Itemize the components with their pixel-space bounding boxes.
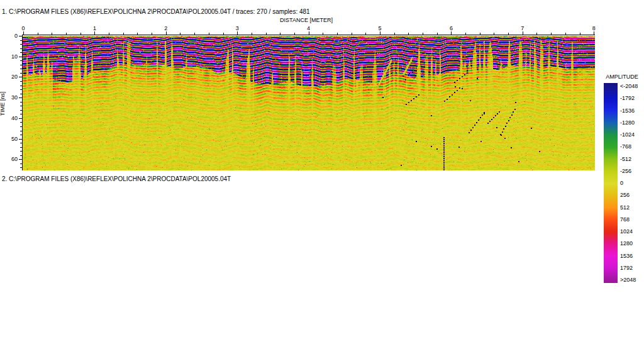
- colorbar-tick-label: 1792: [620, 265, 633, 271]
- y-minor-tick: [20, 163, 22, 164]
- colorbar-tick-label: >2048: [620, 277, 636, 283]
- y-minor-tick: [20, 135, 22, 135]
- reflexw-plot-window: 1. C:\PROGRAM FILES (X86)\REFLEX\POLICHN…: [0, 0, 644, 349]
- x-major-tick: [380, 31, 380, 35]
- y-major-tick: [19, 36, 22, 36]
- x-tick-label: 4: [302, 25, 316, 31]
- x-minor-tick: [152, 33, 152, 35]
- y-tick-label: 20: [1, 74, 18, 80]
- y-major-tick: [19, 139, 22, 140]
- y-minor-tick: [20, 89, 22, 90]
- x-minor-tick: [580, 33, 580, 35]
- y-minor-tick: [20, 114, 22, 114]
- x-minor-tick: [180, 33, 180, 35]
- y-major-tick: [19, 77, 22, 77]
- x-minor-tick: [423, 33, 423, 35]
- x-minor-tick: [209, 33, 209, 35]
- x-minor-tick: [194, 33, 195, 35]
- y-tick-label: 10: [1, 54, 18, 60]
- x-tick-label: 2: [159, 25, 173, 31]
- x-major-tick: [523, 31, 523, 35]
- y-minor-tick: [20, 52, 22, 53]
- y-minor-tick: [20, 122, 22, 123]
- y-tick-label: 60: [1, 157, 18, 162]
- y-minor-tick: [20, 167, 22, 168]
- y-tick-label: 30: [1, 95, 18, 101]
- x-minor-tick: [80, 33, 81, 35]
- x-tick-label: 1: [87, 25, 101, 31]
- x-major-tick: [451, 31, 452, 35]
- x-minor-tick: [137, 33, 138, 35]
- x-minor-tick: [323, 33, 323, 35]
- colorbar-tick-label: 1280: [620, 240, 633, 247]
- y-tick-label: 0: [1, 33, 18, 39]
- radargram-canvas[interactable]: [23, 36, 595, 170]
- y-minor-tick: [20, 102, 22, 102]
- colorbar-tick-label: -1792: [620, 95, 635, 101]
- x-tick-label: 3: [230, 25, 244, 31]
- colorbar-tick-label: -512: [620, 156, 631, 162]
- x-major-tick: [23, 31, 24, 35]
- x-minor-tick: [365, 33, 366, 35]
- colorbar-tick-label: 768: [620, 216, 630, 223]
- x-major-tick: [166, 31, 167, 35]
- x-major-tick: [94, 31, 95, 35]
- y-tick-label: 50: [1, 136, 18, 142]
- x-minor-tick: [223, 33, 224, 35]
- x-minor-tick: [66, 33, 67, 35]
- y-major-tick: [19, 97, 22, 98]
- x-minor-tick: [408, 33, 409, 35]
- y-minor-tick: [20, 126, 22, 127]
- y-minor-tick: [20, 48, 22, 49]
- colorbar-tick-label: 1024: [620, 228, 633, 235]
- y-minor-tick: [20, 155, 22, 156]
- y-minor-tick: [20, 143, 22, 143]
- colorbar: [604, 83, 618, 283]
- colorbar-tick-label: <-2048: [620, 83, 638, 89]
- colorbar-tick-label: -1280: [620, 119, 635, 126]
- y-minor-tick: [20, 110, 22, 111]
- colorbar-tick-label: 256: [620, 192, 630, 198]
- y-minor-tick: [20, 73, 22, 74]
- x-minor-tick: [123, 33, 124, 35]
- x-minor-tick: [508, 33, 509, 35]
- colorbar-tick-label: 1536: [620, 253, 633, 259]
- y-minor-tick: [20, 65, 22, 65]
- x-major-tick: [237, 31, 238, 35]
- profile-1-title: 1. C:\PROGRAM FILES (X86)\REFLEX\POLICHN…: [2, 8, 310, 15]
- x-minor-tick: [465, 33, 466, 35]
- y-major-tick: [19, 57, 22, 57]
- x-tick-label: 6: [444, 25, 458, 31]
- x-tick-label: 7: [516, 25, 530, 31]
- x-minor-tick: [394, 33, 395, 35]
- profile-2-title: 2. C:\PROGRAM FILES (X86)\REFLEX\POLICHN…: [2, 175, 231, 182]
- x-minor-tick: [109, 33, 109, 35]
- x-minor-tick: [437, 33, 438, 35]
- y-minor-tick: [20, 106, 22, 106]
- y-minor-tick: [20, 151, 22, 152]
- colorbar-tick-label: 512: [620, 204, 630, 211]
- y-major-tick: [19, 118, 22, 119]
- x-minor-tick: [294, 33, 295, 35]
- y-minor-tick: [20, 44, 22, 45]
- x-tick-label: 0: [16, 25, 30, 31]
- colorbar-tick-label: 0: [620, 180, 623, 186]
- x-minor-tick: [494, 33, 494, 35]
- colorbar-tick-label: -768: [620, 143, 631, 150]
- x-minor-tick: [352, 33, 352, 35]
- x-minor-tick: [266, 33, 267, 35]
- x-tick-label: 5: [373, 25, 387, 31]
- x-minor-tick: [252, 33, 252, 35]
- x-major-tick: [309, 31, 309, 35]
- y-minor-tick: [20, 69, 22, 69]
- y-minor-tick: [20, 60, 22, 61]
- y-tick-label: 40: [1, 116, 18, 121]
- x-minor-tick: [38, 33, 38, 35]
- colorbar-tick-label: -256: [620, 168, 631, 174]
- y-minor-tick: [20, 94, 22, 94]
- x-axis-line: [22, 35, 595, 35]
- y-minor-tick: [20, 86, 22, 86]
- y-minor-tick: [20, 81, 22, 82]
- x-minor-tick: [52, 33, 52, 35]
- colorbar-tick-label: -1024: [620, 131, 635, 138]
